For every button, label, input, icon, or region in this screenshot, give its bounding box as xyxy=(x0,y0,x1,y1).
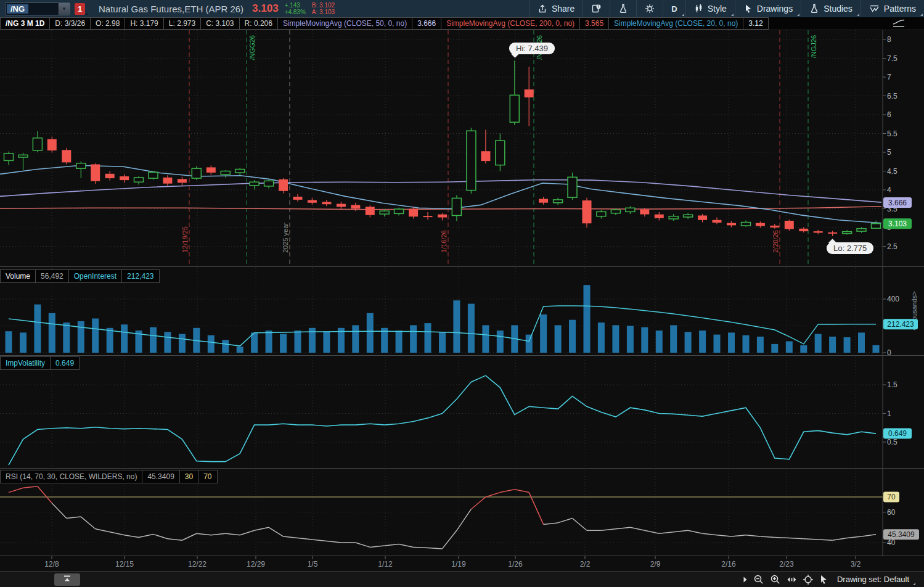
svg-text:1/5: 1/5 xyxy=(308,560,318,569)
svg-text:/NGJ26: /NGJ26 xyxy=(810,35,817,58)
instrument-title: Natural Gas Futures,ETH (APR 26) xyxy=(99,4,243,14)
price-change: +.143 xyxy=(285,2,306,9)
zoom-out-icon[interactable] xyxy=(753,574,764,585)
sma50-study-label[interactable]: SimpleMovingAvg (CLOSE, 50, 0, no) xyxy=(278,17,412,30)
timeframe-label: D xyxy=(671,4,677,14)
ohlc-date: D: 3/3/26 xyxy=(50,17,91,30)
ohlc-open: O: 2.98 xyxy=(91,17,125,30)
pan-icon[interactable] xyxy=(787,575,797,584)
studies-label: Studies xyxy=(824,4,852,14)
ohlc-low: L: 2.973 xyxy=(164,17,201,30)
svg-text:400: 400 xyxy=(887,295,899,303)
top-toolbar: /NG ▼ 1 Natural Gas Futures,ETH (APR 26)… xyxy=(0,0,924,17)
svg-text:2/16: 2/16 xyxy=(721,560,736,569)
alert-badge[interactable]: 1 xyxy=(75,3,85,15)
quote-block: 3.103 +.143 +4.83% B: 3.102 A: 3.103 xyxy=(252,2,335,15)
ohlc-high: H: 3.179 xyxy=(125,17,163,30)
collapse-icon xyxy=(63,575,72,584)
drawings-button[interactable]: Drawings xyxy=(735,0,801,17)
dropdown-corner xyxy=(682,14,684,16)
svg-text:1/19: 1/19 xyxy=(451,560,466,569)
change-stack: +.143 +4.83% xyxy=(285,2,306,15)
drawing-set-selector[interactable]: Drawing set: Default xyxy=(837,575,915,584)
trading-platform-window: /NG ▼ 1 Natural Gas Futures,ETH (APR 26)… xyxy=(0,0,924,587)
sma50-study-value: 3.666 xyxy=(412,17,441,30)
style-label: Style xyxy=(708,4,727,14)
volume-pane-header: Volume 56,492 OpenInterest 212,423 xyxy=(0,269,160,283)
svg-text:/NGG26: /NGG26 xyxy=(248,35,256,60)
symbol-input[interactable]: /NG ▼ xyxy=(5,2,70,15)
zoom-in-icon[interactable] xyxy=(770,574,781,585)
volume-value: 56,492 xyxy=(36,269,69,283)
flask-icon xyxy=(809,4,819,14)
svg-text:1/12: 1/12 xyxy=(378,560,393,569)
svg-text:3.666: 3.666 xyxy=(888,199,907,207)
high-annotation: Hi: 7.439 xyxy=(509,43,555,54)
symbol-dropdown-button[interactable]: ▼ xyxy=(58,3,70,15)
bid-ask-stack: B: 3.102 A: 3.103 xyxy=(312,2,335,15)
dropdown-corner xyxy=(920,14,923,16)
ohlc-range: R: 0.206 xyxy=(240,17,278,30)
svg-text:1: 1 xyxy=(887,409,891,418)
sma20-study-label[interactable]: SimpleMovingAvg (CLOSE, 20, 0, no) xyxy=(609,17,743,30)
impvolatility-value: 0.649 xyxy=(51,356,80,370)
ohlc-close: C: 3.103 xyxy=(201,17,239,30)
analysis-tools-button[interactable] xyxy=(610,0,636,17)
dropdown-corner xyxy=(913,583,915,585)
chart-symbol-period: /NG 3 M 1D xyxy=(0,17,50,30)
collapse-panel-button[interactable] xyxy=(54,573,80,586)
flask-icon xyxy=(618,4,628,14)
open-interest-label[interactable]: OpenInterest xyxy=(69,269,122,283)
studies-button[interactable]: Studies xyxy=(801,0,861,17)
sma200-study-label[interactable]: SimpleMovingAvg (CLOSE, 200, 0, no) xyxy=(441,17,580,30)
svg-text:60: 60 xyxy=(887,508,896,517)
settings-button[interactable] xyxy=(636,0,663,17)
svg-text:1/26: 1/26 xyxy=(508,560,523,569)
drawings-label: Drawings xyxy=(757,4,793,14)
dropdown-corner xyxy=(857,14,859,16)
svg-text:8: 8 xyxy=(887,35,891,44)
price-change-percent: +4.83% xyxy=(285,9,306,15)
svg-text:6: 6 xyxy=(887,110,891,119)
drawing-set-label: Drawing set: Default xyxy=(837,575,909,584)
note-info-icon: ! xyxy=(591,4,602,14)
low-annotation: Lo: 2.775 xyxy=(827,242,873,254)
dropdown-corner xyxy=(797,14,799,16)
svg-text:0: 0 xyxy=(887,348,891,357)
impvolatility-study-label[interactable]: ImpVolatility xyxy=(0,356,51,370)
crosshair-icon[interactable] xyxy=(803,574,814,585)
svg-text:4.5: 4.5 xyxy=(887,167,897,176)
svg-text:!: ! xyxy=(598,4,599,9)
style-button[interactable]: Style xyxy=(685,0,735,17)
patterns-button[interactable]: Patterns xyxy=(861,0,924,17)
rsi-study-label[interactable]: RSI (14, 70, 30, CLOSE, WILDERS, no) xyxy=(0,470,142,483)
svg-text:2/2: 2/2 xyxy=(580,560,591,569)
pointer-icon[interactable] xyxy=(819,575,828,584)
svg-text:12/8: 12/8 xyxy=(44,560,59,569)
chart-describer-button[interactable]: ! xyxy=(583,0,610,17)
svg-text:12/15: 12/15 xyxy=(115,560,134,569)
restore-scale-icon[interactable] xyxy=(892,18,906,30)
svg-text:12/19/25: 12/19/25 xyxy=(181,226,189,253)
chart-canvas[interactable]: 12/812/1512/2212/291/51/121/191/262/22/9… xyxy=(0,30,924,571)
toolbar-buttons: Share ! D Style Drawings xyxy=(529,0,924,17)
rsi-oversold-value: 30 xyxy=(180,470,198,483)
status-bar: Drawing set: Default xyxy=(0,571,924,587)
expand-arrow-icon[interactable] xyxy=(743,576,748,583)
patterns-label: Patterns xyxy=(884,4,916,14)
share-button[interactable]: Share xyxy=(529,0,583,17)
svg-text:2.5: 2.5 xyxy=(887,242,897,251)
svg-text:2025 year: 2025 year xyxy=(282,223,289,253)
svg-text:12/29: 12/29 xyxy=(247,560,265,569)
chevron-down-icon: ▼ xyxy=(62,6,67,12)
share-label: Share xyxy=(552,4,574,14)
last-price: 3.103 xyxy=(252,2,279,15)
volume-study-label[interactable]: Volume xyxy=(0,269,36,283)
timeframe-button[interactable]: D xyxy=(663,0,685,17)
svg-text:70: 70 xyxy=(887,493,896,501)
svg-text:2/20/26: 2/20/26 xyxy=(772,230,779,253)
svg-text:5.5: 5.5 xyxy=(887,129,897,138)
rsi-value: 45.3409 xyxy=(142,470,179,483)
sma200-study-value: 3.565 xyxy=(580,17,609,30)
svg-text:5: 5 xyxy=(887,148,891,157)
